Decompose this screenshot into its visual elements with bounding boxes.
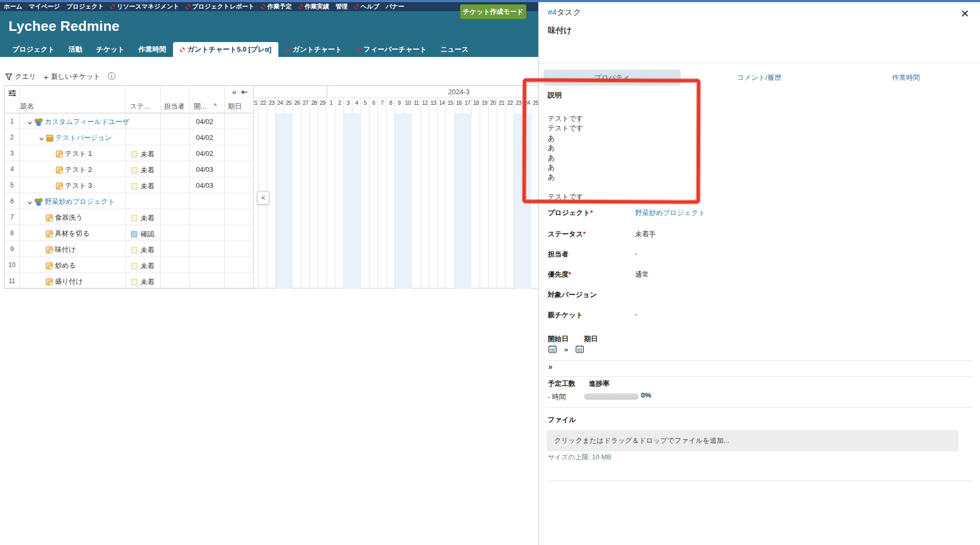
row-subject[interactable]: テスト 1	[56, 149, 92, 159]
table-row[interactable]: 6野菜炒めプロジェクト	[5, 193, 253, 209]
collapse-timeline-button[interactable]: <	[257, 191, 269, 204]
start-date-calendar-icon[interactable]	[548, 345, 557, 353]
estimated-hours-value: - 時間	[548, 392, 566, 402]
query-menu[interactable]: クエリ	[5, 72, 36, 81]
row-subject-label: テスト 3	[65, 181, 92, 191]
row-start-date: 04/02	[196, 134, 213, 142]
tab-ガントチャート[interactable]: ガントチャート	[278, 42, 349, 57]
menu-item-プロジェクトレポート[interactable]: プロジェクトレポート	[186, 3, 254, 11]
row-subject[interactable]: 具材を切る	[46, 229, 90, 238]
table-row[interactable]: 3テスト 1未着04/02	[5, 145, 253, 161]
row-start-date: 04/02	[196, 118, 213, 126]
ticket-id[interactable]: #4	[548, 7, 557, 16]
due-date-calendar-icon[interactable]	[575, 345, 584, 353]
tab-作業時間[interactable]: 作業時間	[131, 42, 173, 57]
version-icon	[46, 135, 53, 142]
ticket-create-mode-button[interactable]: チケット作成モード	[460, 4, 526, 19]
row-subject[interactable]: テスト 2	[56, 165, 92, 175]
progress-bar[interactable]	[584, 393, 639, 400]
menu-item-作業実績[interactable]: 作業実績	[298, 3, 329, 11]
row-status: 未着	[131, 261, 154, 271]
menu-item-作業予定[interactable]: 作業予定	[261, 3, 292, 11]
row-subject[interactable]: 味付け	[46, 245, 76, 254]
file-dropzone[interactable]: クリックまたはドラッグ＆ドロップでファイルを追加...	[547, 430, 959, 451]
day-column: 24	[276, 98, 284, 289]
query-label: クエリ	[15, 72, 36, 81]
row-subject[interactable]: カスタムフィールドユーザ	[27, 117, 129, 127]
menu-item-マイページ[interactable]: マイページ	[29, 3, 60, 11]
row-subject[interactable]: 炒める	[46, 261, 76, 270]
field-label-親チケット: 親チケット	[548, 310, 583, 320]
row-status: 確認	[131, 229, 154, 239]
menu-item-プロジェクト[interactable]: プロジェクト	[67, 3, 104, 11]
field-value-プロジェクト[interactable]: 野菜炒めプロジェクト	[635, 208, 705, 218]
close-icon[interactable]: ×	[961, 6, 969, 20]
chevron-down-icon[interactable]	[39, 135, 44, 141]
col-header-status[interactable]: ステ...	[130, 102, 150, 111]
day-column: 16	[455, 98, 463, 289]
panel-tab-プロパティ[interactable]: プロパティ	[539, 70, 686, 86]
tab-プロジェクト[interactable]: プロジェクト	[5, 42, 62, 57]
table-row[interactable]: 4テスト 2未着04/03	[5, 161, 253, 177]
table-row[interactable]: 10炒める未着	[5, 257, 253, 273]
row-subject[interactable]: 野菜炒めプロジェクト	[27, 197, 115, 207]
day-number: 2	[335, 100, 344, 106]
table-row[interactable]: 8具材を切る確認	[5, 225, 253, 241]
info-icon[interactable]: ⓘ	[108, 72, 116, 81]
menu-item-バナー[interactable]: バナー	[385, 3, 404, 11]
chevron-down-icon[interactable]	[27, 199, 32, 204]
table-row[interactable]: 11盛り付け未着	[5, 273, 253, 289]
col-header-subject[interactable]: 題名	[20, 102, 34, 111]
row-subject[interactable]: 盛り付け	[46, 277, 83, 286]
menu-item-ヘルプ[interactable]: ヘルプ	[354, 3, 379, 11]
table-row[interactable]: 2テストバージョン04/02	[5, 129, 253, 145]
tab-ニュース[interactable]: ニュース	[433, 42, 475, 57]
file-size-limit: サイズの上限: 10 MB	[548, 453, 611, 462]
day-number: 17	[463, 100, 472, 106]
status-label: 未着	[141, 261, 154, 271]
weekend-shading	[514, 113, 523, 289]
expand-more-fields-icon[interactable]: »	[548, 362, 553, 371]
col-header-due[interactable]: 期日	[228, 102, 242, 111]
row-subject[interactable]: テストバージョン	[39, 133, 112, 143]
menu-item-label: プロジェクトレポート	[192, 3, 254, 11]
tab-フィーバーチャート[interactable]: フィーバーチャート	[349, 42, 434, 57]
required-asterisk: *	[583, 230, 586, 238]
tab-チケット[interactable]: チケット	[89, 42, 131, 57]
status-label: 未着	[141, 245, 154, 255]
menu-item-管理[interactable]: 管理	[335, 3, 348, 11]
row-number: 9	[5, 245, 19, 253]
collapse-all-left-icon[interactable]: «	[232, 87, 236, 97]
tab-活動[interactable]: 活動	[62, 42, 89, 57]
table-row[interactable]: 5テスト 3未着04/03	[5, 177, 253, 193]
panel-tab-作業時間[interactable]: 作業時間	[833, 70, 979, 86]
new-ticket-button[interactable]: + 新しいチケット	[44, 72, 101, 81]
menu-item-リソースマネジメント[interactable]: リソースマネジメント	[110, 3, 179, 11]
day-column: 26	[293, 98, 301, 289]
scroll-to-start-icon[interactable]: ⇤	[241, 87, 248, 97]
ticket-icon	[56, 167, 63, 174]
table-row[interactable]: 9味付け未着	[5, 241, 253, 257]
row-subject[interactable]: テスト 3	[56, 181, 92, 191]
column-settings-icon[interactable]	[8, 89, 17, 100]
row-subject[interactable]: 食器洗う	[46, 213, 83, 222]
tab-ガントチャート5.0 [プレα][interactable]: ガントチャート5.0 [プレα]	[173, 42, 278, 57]
gantt-chart-container: « ⇤ 題名 ステ... 担当者 開... ^ 期日 1カスタムフィールドユーザ…	[4, 85, 538, 288]
sort-ascending-icon[interactable]: ^	[213, 102, 217, 110]
panel-tab-コメント/履歴[interactable]: コメント/履歴	[686, 70, 833, 86]
col-header-start[interactable]: 開...	[194, 102, 207, 111]
menu-item-ホーム[interactable]: ホーム	[4, 3, 22, 11]
date-labels: 開始日 期日	[548, 334, 598, 344]
table-row[interactable]: 7食器洗う未着	[5, 209, 253, 225]
day-number: 24	[523, 100, 531, 106]
description-text[interactable]: テストです テストです あ あ あ あ あ テストです	[548, 114, 583, 202]
day-column: 9	[395, 98, 403, 289]
table-row[interactable]: 1カスタムフィールドユーザ04/02	[5, 113, 253, 129]
row-subject-label: 食器洗う	[55, 213, 83, 222]
panel-tab-label: コメント/履歴	[686, 70, 833, 86]
day-column: 11	[412, 98, 421, 289]
day-number: 22	[506, 100, 514, 106]
effort-labels: 予定工数 進捗率	[548, 379, 610, 389]
col-header-assignee[interactable]: 担当者	[164, 102, 185, 111]
chevron-down-icon[interactable]	[27, 119, 32, 125]
